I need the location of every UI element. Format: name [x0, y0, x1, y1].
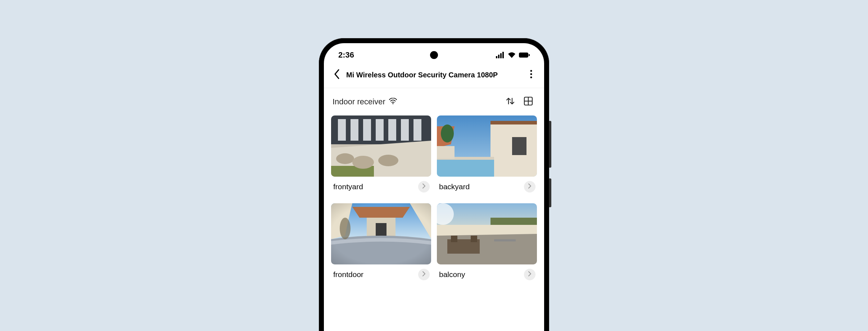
sort-icon	[505, 96, 515, 108]
grid-icon	[523, 96, 533, 108]
svg-rect-16	[351, 119, 358, 141]
phone-volume-button	[549, 121, 551, 168]
chevron-right-icon	[528, 271, 532, 278]
camera-label: balcony	[439, 270, 465, 279]
camera-card-frontdoor[interactable]: frontdoor	[331, 203, 431, 285]
svg-point-9	[392, 103, 393, 104]
svg-rect-42	[437, 225, 537, 236]
chevron-right-icon	[422, 183, 426, 190]
receiver-label: Indoor receiver	[333, 97, 385, 106]
more-button[interactable]	[525, 68, 538, 81]
chevron-left-icon	[334, 69, 340, 81]
svg-rect-2	[500, 53, 502, 58]
svg-rect-30	[512, 137, 526, 155]
svg-rect-39	[331, 203, 431, 264]
signal-icon	[496, 52, 505, 58]
camera-card-backyard[interactable]: backyard	[437, 115, 537, 198]
svg-point-24	[336, 153, 354, 164]
chevron-right-icon	[422, 271, 426, 278]
svg-rect-1	[498, 55, 499, 58]
sort-button[interactable]	[503, 95, 517, 109]
svg-point-7	[530, 73, 532, 75]
svg-rect-31	[437, 159, 494, 177]
svg-rect-0	[496, 56, 497, 58]
wifi-icon	[507, 52, 516, 58]
camera-detail-button[interactable]	[524, 269, 535, 280]
chevron-right-icon	[528, 183, 532, 190]
svg-rect-20	[401, 119, 409, 141]
svg-rect-18	[376, 119, 384, 141]
camera-thumbnail	[331, 115, 431, 177]
camera-card-balcony[interactable]: balcony	[437, 203, 537, 285]
back-button[interactable]	[330, 68, 343, 81]
receiver-row: Indoor receiver	[324, 88, 544, 115]
camera-detail-button[interactable]	[524, 181, 535, 192]
camera-label: frontdoor	[333, 270, 363, 279]
svg-point-34	[441, 124, 454, 142]
camera-detail-button[interactable]	[418, 269, 430, 280]
phone-power-button	[549, 178, 551, 207]
svg-rect-45	[471, 236, 477, 242]
grid-view-button[interactable]	[521, 95, 535, 109]
app-bar: Mi Wireless Outdoor Security Camera 1080…	[324, 64, 544, 88]
camera-grid: frontyard	[324, 115, 544, 285]
status-time: 2:36	[338, 50, 354, 60]
svg-rect-17	[363, 119, 371, 141]
svg-rect-19	[388, 119, 396, 141]
camera-label: backyard	[439, 182, 470, 191]
wifi-icon	[389, 98, 397, 106]
camera-row: balcony	[437, 264, 537, 285]
svg-rect-4	[519, 53, 528, 58]
phone-frame: 2:36	[319, 38, 549, 331]
svg-rect-15	[338, 119, 346, 141]
camera-label: frontyard	[333, 182, 363, 191]
camera-card-frontyard[interactable]: frontyard	[331, 115, 431, 198]
camera-row: frontdoor	[331, 264, 431, 285]
svg-point-26	[378, 155, 398, 166]
camera-thumbnail	[437, 203, 537, 264]
camera-notch	[430, 51, 438, 59]
svg-point-25	[352, 156, 374, 169]
screen: 2:36	[324, 43, 544, 331]
svg-rect-21	[413, 119, 421, 141]
camera-row: frontyard	[331, 177, 431, 198]
svg-point-8	[530, 77, 532, 78]
svg-rect-3	[502, 52, 504, 58]
camera-thumbnail	[437, 115, 537, 177]
camera-row: backyard	[437, 177, 537, 198]
svg-rect-46	[494, 239, 516, 241]
svg-rect-5	[529, 54, 530, 56]
svg-rect-33	[437, 146, 455, 159]
svg-point-6	[530, 70, 532, 72]
svg-rect-29	[490, 121, 537, 124]
camera-detail-button[interactable]	[418, 181, 430, 192]
status-icons	[496, 52, 530, 58]
battery-icon	[519, 52, 530, 58]
page-title: Mi Wireless Outdoor Security Camera 1080…	[346, 71, 522, 79]
more-vertical-icon	[530, 70, 532, 80]
camera-thumbnail	[331, 203, 431, 264]
svg-rect-44	[451, 236, 457, 242]
